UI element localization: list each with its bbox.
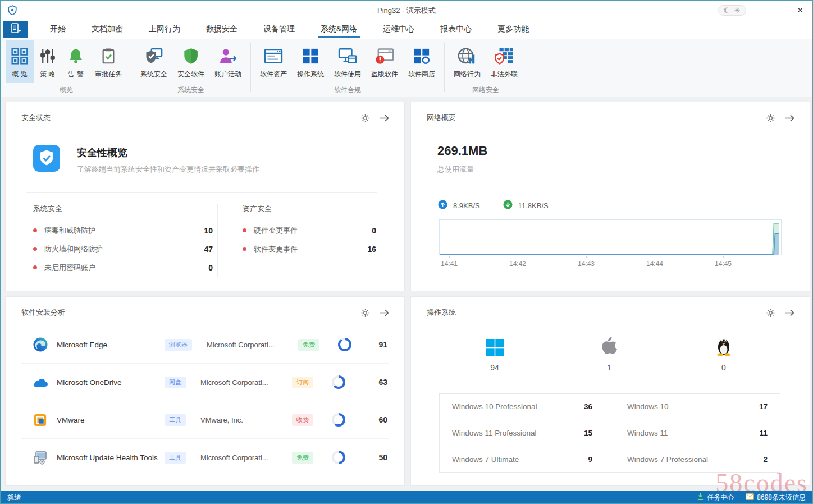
status-ready: 就绪: [7, 493, 21, 502]
os-version-count: 9: [588, 455, 592, 464]
security-item[interactable]: 硬件变更事件0: [243, 221, 376, 240]
open-arrow-icon[interactable]: [379, 113, 390, 123]
ribbon-group: 概 览策 略告 警审批任务概览: [2, 39, 131, 97]
os-summary-linux: 0: [666, 334, 781, 372]
ribbon-button-approval-clipboard[interactable]: 审批任务: [90, 40, 127, 83]
ribbon-button-software-store[interactable]: 软件商店: [403, 40, 440, 83]
panel-network-summary: 网络概要 269.1MB 总使用流量 8.9KB/S 11.8KB/S: [410, 102, 810, 291]
ribbon-button-network-behavior-globe[interactable]: 网络行为: [449, 40, 486, 83]
install-progress-ring: [332, 451, 345, 464]
os-version-label: Windows 11: [627, 429, 668, 437]
download-icon: [503, 200, 513, 211]
os-count: 1: [552, 363, 666, 372]
menu-tabs: 开始文档加密上网行为数据安全设备管理系统&网络运维中心报表中心更多功能: [37, 20, 542, 39]
open-arrow-icon[interactable]: [784, 113, 795, 123]
minimize-button[interactable]: —: [763, 1, 788, 20]
os-count: 94: [437, 363, 552, 372]
security-column: 资产安全硬件变更事件0软件变更事件16: [217, 204, 378, 277]
ribbon-button-policy-sliders[interactable]: 策 略: [34, 40, 62, 83]
menu-tab-1[interactable]: 开始: [37, 20, 79, 39]
ribbon-button-account-activity-user[interactable]: 账户活动: [209, 40, 246, 83]
task-center-button[interactable]: 任务中心: [697, 493, 734, 502]
os-version-count: 17: [759, 402, 768, 411]
software-store-icon: [413, 45, 430, 67]
menu-tab-7[interactable]: 运维中心: [370, 20, 427, 39]
theme-toggle[interactable]: ☾ ☀: [718, 5, 746, 16]
security-card-subtitle: 了解终端当前系统安全性和资产变更情况并采取必要操作: [77, 164, 259, 175]
open-arrow-icon[interactable]: [784, 308, 795, 318]
ribbon-group-label: 概览: [6, 83, 127, 99]
window-title: Ping32 - 演示模式: [1, 6, 812, 16]
moon-icon[interactable]: ☾: [724, 6, 730, 15]
os-version-table: Windows 10 Professional36Windows 11 Prof…: [439, 393, 780, 473]
software-name: Microsoft Edge: [57, 341, 165, 349]
software-row[interactable]: Microsoft OneDrive网盘Microsoft Corporati.…: [21, 364, 389, 401]
ping32-window: Ping32 - 演示模式 ☾ ☀ — ✕ 开始文档加密上网行为数据安全设备管理…: [0, 0, 813, 504]
category-badge: 网盘: [165, 377, 186, 388]
settings-gear-icon[interactable]: [360, 308, 370, 318]
software-vendor: Microsoft Corporati...: [200, 453, 289, 462]
network-traffic-chart: [439, 219, 782, 256]
os-table-row[interactable]: Windows 10 Professional36: [452, 394, 592, 420]
settings-gear-icon[interactable]: [360, 113, 370, 123]
unread-messages-button[interactable]: 8698条未读信息: [746, 493, 806, 502]
install-progress-ring: [332, 413, 345, 427]
security-item[interactable]: 病毒和威胁防护10: [33, 221, 213, 240]
settings-gear-icon[interactable]: [766, 113, 775, 123]
ribbon-button-software-usage-monitor[interactable]: 软件使用: [329, 40, 366, 83]
menu-tab-9[interactable]: 更多功能: [485, 20, 542, 39]
ribbon-button-illegal-connection-shield[interactable]: 非法外联: [486, 40, 523, 83]
os-table-row[interactable]: Windows 1017: [627, 394, 768, 420]
panel-title: 安全状态: [21, 113, 51, 123]
ribbon-button-pirated-software-warning[interactable]: 盗版软件: [366, 40, 403, 83]
ribbon-button-alert-bell[interactable]: 告 警: [62, 40, 90, 83]
security-item[interactable]: 未启用密码账户0: [33, 258, 213, 277]
ribbon-button-os-grid[interactable]: 操作系统: [292, 40, 329, 83]
sun-icon[interactable]: ☀: [734, 6, 741, 15]
policy-sliders-icon: [39, 45, 56, 67]
overview-grid-icon: [11, 45, 29, 67]
ribbon-button-software-asset-window[interactable]: 软件资产: [255, 40, 292, 83]
menu-tab-5[interactable]: 设备管理: [250, 20, 308, 39]
software-row[interactable]: VMware工具VMware, Inc.收费60: [21, 401, 389, 439]
os-version-label: Windows 7 Professional: [627, 455, 708, 464]
os-table-row[interactable]: Windows 1111: [627, 420, 768, 447]
network-behavior-globe-icon: [458, 45, 477, 67]
os-table-row[interactable]: Windows 7 Ultimate9: [452, 446, 592, 472]
os-version-count: 11: [760, 429, 768, 437]
menu-tab-2[interactable]: 文档加密: [79, 20, 136, 39]
open-arrow-icon[interactable]: [379, 308, 390, 318]
close-button[interactable]: ✕: [788, 1, 812, 20]
system-security-shield-icon: [144, 45, 163, 67]
menu-tab-3[interactable]: 上网行为: [136, 20, 193, 39]
ribbon-button-overview-grid[interactable]: 概 览: [6, 40, 34, 83]
app-menu-button[interactable]: [3, 21, 28, 38]
menu-tab-4[interactable]: 数据安全: [193, 20, 250, 39]
menu-tab-8[interactable]: 报表中心: [427, 20, 485, 39]
security-item[interactable]: 防火墙和网络防护47: [33, 240, 213, 258]
linux-logo-icon: [666, 334, 781, 356]
total-traffic-value: 269.1MB: [437, 144, 487, 158]
price-badge: 免费: [298, 339, 319, 351]
app-menu-icon: [10, 22, 22, 36]
category-badge: 工具: [165, 452, 186, 464]
install-count: 50: [378, 453, 387, 462]
divider: [26, 192, 377, 193]
software-row[interactable]: Microsoft Edge浏览器Microsoft Corporati...免…: [21, 326, 389, 364]
security-item-value: 16: [367, 245, 376, 254]
ribbon-button-system-security-shield[interactable]: 系统安全: [135, 40, 172, 83]
panel-title: 网络概要: [427, 113, 456, 123]
ribbon-button-security-software-shield[interactable]: 安全软件: [172, 40, 209, 83]
software-row[interactable]: Microsoft Update Health Tools工具Microsoft…: [21, 439, 389, 476]
os-table-row[interactable]: Windows 11 Professional15: [452, 420, 592, 447]
menu-tab-6[interactable]: 系统&网络: [308, 20, 370, 39]
task-download-icon: [697, 493, 704, 502]
category-badge: 浏览器: [165, 339, 192, 351]
security-column-header: 系统安全: [33, 204, 213, 214]
settings-gear-icon[interactable]: [766, 308, 775, 318]
ribbon-group: 网络行为非法外联网络安全: [445, 39, 527, 97]
illegal-connection-shield-icon: [495, 45, 514, 67]
upload-speed: 8.9KB/S: [453, 201, 480, 210]
security-item[interactable]: 软件变更事件16: [243, 240, 376, 258]
security-card-title: 安全性概览: [77, 145, 259, 159]
